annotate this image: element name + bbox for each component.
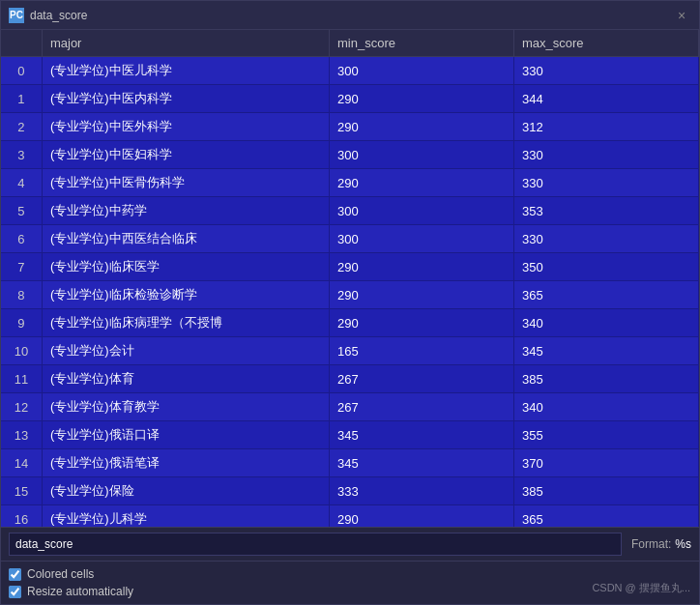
resize-auto-row: Resize automatically [9, 585, 691, 598]
cell-max-score: 385 [514, 365, 699, 393]
cell-min-score: 267 [330, 365, 514, 393]
cell-min-score: 333 [330, 477, 514, 505]
cell-index: 1 [1, 85, 42, 113]
cell-major: (专业学位)保险 [42, 477, 329, 505]
format-label: Format: [631, 537, 671, 551]
cell-max-score: 350 [514, 253, 699, 281]
close-button[interactable]: × [672, 6, 691, 25]
cell-max-score: 312 [514, 113, 699, 141]
cell-min-score: 290 [330, 505, 514, 528]
cell-major: (专业学位)中西医结合临床 [42, 225, 329, 253]
cell-index: 13 [1, 421, 42, 449]
cell-major: (专业学位)临床检验诊断学 [42, 281, 329, 309]
cell-index: 12 [1, 393, 42, 421]
table-row[interactable]: 16 (专业学位)儿科学 290 365 [1, 505, 699, 528]
data-table: major min_score max_score 0 (专业学位)中医儿科学 … [1, 30, 699, 527]
app-icon: PC [9, 8, 24, 23]
cell-major: (专业学位)体育教学 [42, 393, 329, 421]
table-row[interactable]: 15 (专业学位)保险 333 385 [1, 477, 699, 505]
table-row[interactable]: 7 (专业学位)临床医学 290 350 [1, 253, 699, 281]
cell-min-score: 300 [330, 225, 514, 253]
name-input[interactable] [9, 533, 622, 556]
cell-max-score: 330 [514, 169, 699, 197]
cell-major: (专业学位)中医外科学 [42, 113, 329, 141]
cell-min-score: 345 [330, 449, 514, 477]
table-header-row: major min_score max_score [1, 30, 699, 57]
format-value: %s [675, 537, 691, 551]
cell-index: 9 [1, 309, 42, 337]
cell-max-score: 353 [514, 197, 699, 225]
cell-major: (专业学位)中医内科学 [42, 85, 329, 113]
col-header-min-score: min_score [330, 30, 514, 57]
table-row[interactable]: 9 (专业学位)临床病理学（不授博 290 340 [1, 309, 699, 337]
cell-max-score: 370 [514, 449, 699, 477]
cell-min-score: 300 [330, 141, 514, 169]
resize-auto-label[interactable]: Resize automatically [27, 585, 133, 598]
cell-max-score: 355 [514, 421, 699, 449]
table-row[interactable]: 6 (专业学位)中西医结合临床 300 330 [1, 225, 699, 253]
cell-index: 15 [1, 477, 42, 505]
cell-min-score: 267 [330, 393, 514, 421]
cell-major: (专业学位)临床病理学（不授博 [42, 309, 329, 337]
table-row[interactable]: 14 (专业学位)俄语笔译 345 370 [1, 449, 699, 477]
cell-min-score: 290 [330, 113, 514, 141]
cell-min-score: 290 [330, 85, 514, 113]
watermark: CSDN @ 摆摆鱼丸... [592, 581, 690, 595]
cell-index: 14 [1, 449, 42, 477]
colored-cells-checkbox[interactable] [9, 568, 21, 581]
main-window: PC data_score × major min_score max_scor… [0, 0, 700, 605]
cell-major: (专业学位)临床医学 [42, 253, 329, 281]
cell-max-score: 330 [514, 225, 699, 253]
cell-index: 2 [1, 113, 42, 141]
table-row[interactable]: 13 (专业学位)俄语口译 345 355 [1, 421, 699, 449]
table-row[interactable]: 4 (专业学位)中医骨伤科学 290 330 [1, 169, 699, 197]
colored-cells-row: Colored cells [9, 567, 691, 581]
cell-index: 4 [1, 169, 42, 197]
cell-index: 7 [1, 253, 42, 281]
colored-cells-label[interactable]: Colored cells [27, 567, 94, 581]
table-row[interactable]: 12 (专业学位)体育教学 267 340 [1, 393, 699, 421]
table-body: 0 (专业学位)中医儿科学 300 330 1 (专业学位)中医内科学 290 … [1, 57, 699, 528]
cell-major: (专业学位)中医妇科学 [42, 141, 329, 169]
table-row[interactable]: 3 (专业学位)中医妇科学 300 330 [1, 141, 699, 169]
cell-major: (专业学位)中医儿科学 [42, 57, 329, 85]
titlebar: PC data_score × [1, 1, 699, 30]
table-row[interactable]: 11 (专业学位)体育 267 385 [1, 365, 699, 393]
cell-max-score: 344 [514, 85, 699, 113]
cell-major: (专业学位)俄语笔译 [42, 449, 329, 477]
window-title: data_score [30, 9, 672, 22]
cell-index: 10 [1, 337, 42, 365]
cell-major: (专业学位)儿科学 [42, 505, 329, 528]
table-row[interactable]: 0 (专业学位)中医儿科学 300 330 [1, 57, 699, 85]
cell-min-score: 165 [330, 337, 514, 365]
cell-index: 5 [1, 197, 42, 225]
cell-max-score: 345 [514, 337, 699, 365]
col-header-major: major [42, 30, 329, 57]
cell-max-score: 330 [514, 57, 699, 85]
cell-max-score: 330 [514, 141, 699, 169]
cell-major: (专业学位)中医骨伤科学 [42, 169, 329, 197]
cell-index: 6 [1, 225, 42, 253]
table-row[interactable]: 1 (专业学位)中医内科学 290 344 [1, 85, 699, 113]
cell-max-score: 365 [514, 505, 699, 528]
cell-min-score: 290 [330, 253, 514, 281]
cell-max-score: 340 [514, 393, 699, 421]
table-container[interactable]: major min_score max_score 0 (专业学位)中医儿科学 … [1, 30, 699, 527]
table-row[interactable]: 8 (专业学位)临床检验诊断学 290 365 [1, 281, 699, 309]
cell-major: (专业学位)中药学 [42, 197, 329, 225]
cell-min-score: 290 [330, 169, 514, 197]
bottom-bar: Format: %s [1, 527, 699, 561]
cell-index: 8 [1, 281, 42, 309]
table-row[interactable]: 10 (专业学位)会计 165 345 [1, 337, 699, 365]
col-header-max-score: max_score [514, 30, 699, 57]
cell-min-score: 300 [330, 197, 514, 225]
cell-index: 0 [1, 57, 42, 85]
cell-min-score: 290 [330, 309, 514, 337]
cell-max-score: 340 [514, 309, 699, 337]
table-row[interactable]: 2 (专业学位)中医外科学 290 312 [1, 113, 699, 141]
table-row[interactable]: 5 (专业学位)中药学 300 353 [1, 197, 699, 225]
resize-auto-checkbox[interactable] [9, 586, 21, 598]
cell-major: (专业学位)体育 [42, 365, 329, 393]
cell-major: (专业学位)会计 [42, 337, 329, 365]
cell-max-score: 385 [514, 477, 699, 505]
